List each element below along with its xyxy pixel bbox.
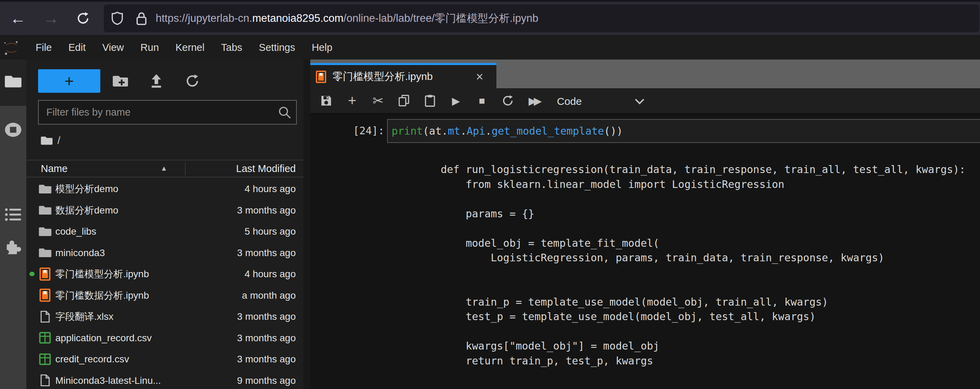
folder-icon <box>38 221 52 242</box>
csv-spreadsheet-icon <box>38 327 52 349</box>
puzzle-icon <box>5 239 22 256</box>
file-name: miniconda3 <box>55 242 105 264</box>
code-cell-input[interactable]: print(at.mt.Api.get_model_template()) <box>387 119 980 143</box>
run-cell-button[interactable]: ▶ <box>449 93 463 109</box>
refresh-file-list-button[interactable] <box>185 73 200 89</box>
file-browser-panel: + <box>26 59 303 389</box>
file-name: code_libs <box>55 221 96 242</box>
sidebar-item-running-kernels[interactable] <box>0 122 26 137</box>
url-domain: metanoia8295.com <box>252 12 344 25</box>
cell-type-dropdown[interactable]: Code <box>557 88 582 114</box>
folder-icon <box>38 200 52 221</box>
file-modified-time: 5 hours ago <box>245 221 296 242</box>
browser-forward-button[interactable]: → <box>39 6 63 30</box>
file-list-header: Name ▲ Last Modified <box>26 160 303 177</box>
column-divider <box>185 162 185 176</box>
notebook-icon <box>316 70 326 83</box>
file-name: 模型分析demo <box>55 178 118 200</box>
file-name: 数据分析demo <box>55 200 118 221</box>
menu-file[interactable]: File <box>27 36 60 59</box>
interrupt-kernel-button[interactable]: ■ <box>475 93 489 109</box>
file-row[interactable]: 数据分析demo 3 months ago <box>26 200 303 221</box>
file-icon <box>38 370 52 389</box>
app-shell: + <box>0 59 980 389</box>
save-button[interactable] <box>319 93 333 109</box>
menu-settings[interactable]: Settings <box>250 36 303 59</box>
file-modified-time: 3 months ago <box>237 306 296 327</box>
menu-run[interactable]: Run <box>132 36 167 59</box>
restart-kernel-button[interactable] <box>501 93 515 109</box>
file-row[interactable]: 模型分析demo 4 hours ago <box>26 178 303 200</box>
code-cell-source[interactable]: print(at.mt.Api.get_model_template()) <box>391 120 623 142</box>
close-tab-icon[interactable]: × <box>476 70 483 83</box>
file-row[interactable]: application_record.csv 3 months ago <box>26 327 303 349</box>
file-name: application_record.csv <box>55 327 152 349</box>
refresh-icon <box>185 74 199 88</box>
browser-back-button[interactable]: ← <box>6 6 30 30</box>
stop-circle-icon <box>5 122 22 137</box>
file-row[interactable]: credit_record.csv 3 months ago <box>26 349 303 370</box>
file-modified-time: 3 months ago <box>237 327 296 349</box>
copy-cells-button[interactable] <box>397 93 411 109</box>
chevron-down-icon[interactable] <box>634 96 646 108</box>
breadcrumb[interactable]: / <box>41 134 60 147</box>
url-scheme-subdomain: https://jupyterlab-cn. <box>156 12 252 25</box>
add-cell-button[interactable]: + <box>345 93 359 109</box>
file-row[interactable]: 字段翻译.xlsx 3 months ago <box>26 306 303 327</box>
file-modified-time: 3 months ago <box>237 200 296 221</box>
sidebar-item-file-browser[interactable] <box>0 74 26 88</box>
notebook-content: [24]: print(at.mt.Api.get_model_template… <box>310 114 980 389</box>
left-sidebar-strip <box>0 59 26 389</box>
sidebar-item-extensions[interactable] <box>0 239 26 256</box>
panel-splitter[interactable] <box>303 59 310 389</box>
tab-notebook[interactable]: 零门槛模型分析.ipynb × <box>310 63 496 88</box>
cut-cells-button[interactable]: ✂ <box>371 93 385 109</box>
file-row[interactable]: code_libs 5 hours ago <box>26 221 303 242</box>
file-name: Miniconda3-latest-Linu... <box>55 370 161 389</box>
notebook-icon <box>38 285 52 306</box>
url-path: /online-lab/lab/tree/零门槛模型分析.ipynb <box>344 11 538 26</box>
main-tab-bar: 零门槛模型分析.ipynb × <box>310 59 980 88</box>
breadcrumb-folder-icon <box>41 136 52 145</box>
filter-files-input[interactable] <box>38 100 297 124</box>
jupyter-logo-icon <box>3 39 19 56</box>
file-row[interactable]: miniconda3 3 months ago <box>26 242 303 264</box>
upload-button[interactable] <box>149 73 164 89</box>
file-name: credit_record.csv <box>55 349 129 370</box>
menu-tabs[interactable]: Tabs <box>213 36 250 59</box>
jupyterlab-menubar: File Edit View Run Kernel Tabs Settings … <box>0 36 980 59</box>
sidebar-item-table-of-contents[interactable] <box>0 207 26 222</box>
breadcrumb-root[interactable]: / <box>57 135 60 147</box>
notebook-icon <box>38 263 52 285</box>
column-header-last-modified[interactable]: Last Modified <box>236 163 296 174</box>
file-name: 字段翻译.xlsx <box>55 306 113 327</box>
file-modified-time: a month ago <box>242 285 296 306</box>
menu-kernel[interactable]: Kernel <box>167 36 213 59</box>
menu-edit[interactable]: Edit <box>60 36 94 59</box>
lock-icon[interactable] <box>136 11 147 25</box>
file-row-active-notebook[interactable]: 零门槛模型分析.ipynb 4 hours ago <box>26 263 303 285</box>
sort-ascending-icon: ▲ <box>161 164 167 172</box>
file-row[interactable]: Miniconda3-latest-Linu... 9 months ago <box>26 370 303 389</box>
paste-cells-button[interactable] <box>423 93 437 109</box>
address-bar[interactable]: https://jupyterlab-cn.metanoia8295.com/o… <box>104 5 979 32</box>
menu-help[interactable]: Help <box>303 36 341 59</box>
notebook-toolbar: + ✂ ▶ ■ ▶▶ <box>310 88 980 114</box>
new-launcher-button[interactable]: + <box>38 69 100 93</box>
table-of-contents-icon <box>5 207 21 222</box>
file-list: 模型分析demo 4 hours ago 数据分析demo 3 months a… <box>26 178 303 389</box>
file-modified-time: 9 months ago <box>237 370 296 389</box>
column-header-name[interactable]: Name <box>41 163 67 174</box>
restart-run-all-button[interactable]: ▶▶ <box>527 93 541 109</box>
new-folder-button[interactable] <box>113 73 128 89</box>
tab-title: 零门槛模型分析.ipynb <box>332 70 433 84</box>
browser-reload-button[interactable] <box>71 6 95 30</box>
folder-icon <box>38 242 52 264</box>
menu-view[interactable]: View <box>94 36 132 59</box>
unsaved-changes-dot <box>29 272 35 276</box>
csv-spreadsheet-icon <box>38 349 52 370</box>
file-row[interactable]: 零门槛数据分析.ipynb a month ago <box>26 285 303 306</box>
file-name: 零门槛模型分析.ipynb <box>55 263 149 285</box>
shield-icon[interactable] <box>111 11 123 25</box>
folder-icon <box>38 178 52 200</box>
